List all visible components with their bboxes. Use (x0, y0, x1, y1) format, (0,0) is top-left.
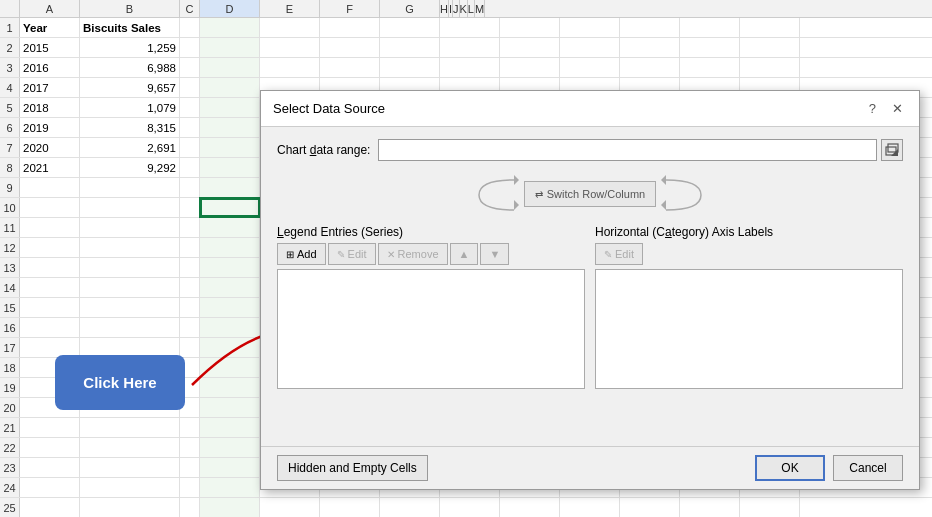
dialog-help-button[interactable]: ? (865, 101, 880, 116)
cell-J25[interactable] (560, 498, 620, 517)
cell-L1[interactable] (680, 18, 740, 37)
cell-c9[interactable] (180, 178, 200, 197)
cell-d19[interactable] (200, 378, 260, 397)
cell-c6[interactable] (180, 118, 200, 137)
cell-d13[interactable] (200, 258, 260, 277)
cell-M1[interactable] (740, 18, 800, 37)
click-here-button[interactable]: Click Here (55, 355, 185, 410)
cell-E25[interactable] (260, 498, 320, 517)
cell-a24[interactable] (20, 478, 80, 497)
cell-c2[interactable] (180, 38, 200, 57)
cell-b14[interactable] (80, 278, 180, 297)
cell-a15[interactable] (20, 298, 80, 317)
cell-b22[interactable] (80, 438, 180, 457)
cell-c17[interactable] (180, 338, 200, 357)
cell-a6[interactable]: 2019 (20, 118, 80, 137)
cell-d7[interactable] (200, 138, 260, 157)
cell-I1[interactable] (500, 18, 560, 37)
move-up-button[interactable]: ▲ (450, 243, 479, 265)
cell-b15[interactable] (80, 298, 180, 317)
cell-L3[interactable] (680, 58, 740, 77)
cell-c23[interactable] (180, 458, 200, 477)
cell-c3[interactable] (180, 58, 200, 77)
cell-E2[interactable] (260, 38, 320, 57)
cell-I2[interactable] (500, 38, 560, 57)
cell-a16[interactable] (20, 318, 80, 337)
cell-J3[interactable] (560, 58, 620, 77)
cell-c25[interactable] (180, 498, 200, 517)
cell-M2[interactable] (740, 38, 800, 57)
cell-d5[interactable] (200, 98, 260, 117)
cell-d21[interactable] (200, 418, 260, 437)
axis-edit-button[interactable]: ✎ Edit (595, 243, 643, 265)
cell-K1[interactable] (620, 18, 680, 37)
cell-a23[interactable] (20, 458, 80, 477)
cell-a8[interactable]: 2021 (20, 158, 80, 177)
cell-F1[interactable] (320, 18, 380, 37)
cell-d4[interactable] (200, 78, 260, 97)
cell-b12[interactable] (80, 238, 180, 257)
cell-c15[interactable] (180, 298, 200, 317)
cell-a13[interactable] (20, 258, 80, 277)
cell-b9[interactable] (80, 178, 180, 197)
cell-H25[interactable] (440, 498, 500, 517)
table-row[interactable]: 320166,988 (0, 58, 932, 78)
cell-a4[interactable]: 2017 (20, 78, 80, 97)
cell-a7[interactable]: 2020 (20, 138, 80, 157)
cell-b3[interactable]: 6,988 (80, 58, 180, 77)
cell-a3[interactable]: 2016 (20, 58, 80, 77)
cell-d9[interactable] (200, 178, 260, 197)
cell-I25[interactable] (500, 498, 560, 517)
cell-d17[interactable] (200, 338, 260, 357)
cell-c21[interactable] (180, 418, 200, 437)
cell-a12[interactable] (20, 238, 80, 257)
cell-d6[interactable] (200, 118, 260, 137)
cell-H2[interactable] (440, 38, 500, 57)
cancel-button[interactable]: Cancel (833, 455, 903, 481)
cell-d18[interactable] (200, 358, 260, 377)
cell-c11[interactable] (180, 218, 200, 237)
cell-J2[interactable] (560, 38, 620, 57)
cell-L2[interactable] (680, 38, 740, 57)
cell-d2[interactable] (200, 38, 260, 57)
cell-b1[interactable]: Biscuits Sales (80, 18, 180, 37)
cell-H1[interactable] (440, 18, 500, 37)
cell-d16[interactable] (200, 318, 260, 337)
cell-d3[interactable] (200, 58, 260, 77)
cell-d15[interactable] (200, 298, 260, 317)
cell-M25[interactable] (740, 498, 800, 517)
cell-I3[interactable] (500, 58, 560, 77)
cell-b6[interactable]: 8,315 (80, 118, 180, 137)
cell-d20[interactable] (200, 398, 260, 417)
cell-K3[interactable] (620, 58, 680, 77)
cell-d23[interactable] (200, 458, 260, 477)
cell-b11[interactable] (80, 218, 180, 237)
cell-a22[interactable] (20, 438, 80, 457)
cell-c10[interactable] (180, 198, 200, 217)
cell-a14[interactable] (20, 278, 80, 297)
range-select-button[interactable] (881, 139, 903, 161)
table-row[interactable]: 25 (0, 498, 932, 517)
cell-d24[interactable] (200, 478, 260, 497)
cell-F25[interactable] (320, 498, 380, 517)
cell-a11[interactable] (20, 218, 80, 237)
cell-b2[interactable]: 1,259 (80, 38, 180, 57)
dialog-close-button[interactable]: ✕ (888, 101, 907, 116)
cell-G3[interactable] (380, 58, 440, 77)
cell-a5[interactable]: 2018 (20, 98, 80, 117)
cell-d8[interactable] (200, 158, 260, 177)
cell-c14[interactable] (180, 278, 200, 297)
cell-d25[interactable] (200, 498, 260, 517)
cell-b13[interactable] (80, 258, 180, 277)
cell-K25[interactable] (620, 498, 680, 517)
chart-range-input[interactable] (378, 139, 877, 161)
cell-a21[interactable] (20, 418, 80, 437)
cell-b21[interactable] (80, 418, 180, 437)
legend-edit-button[interactable]: ✎ Edit (328, 243, 376, 265)
cell-b5[interactable]: 1,079 (80, 98, 180, 117)
legend-remove-button[interactable]: ✕ Remove (378, 243, 448, 265)
cell-b4[interactable]: 9,657 (80, 78, 180, 97)
cell-b16[interactable] (80, 318, 180, 337)
cell-G1[interactable] (380, 18, 440, 37)
cell-b8[interactable]: 9,292 (80, 158, 180, 177)
